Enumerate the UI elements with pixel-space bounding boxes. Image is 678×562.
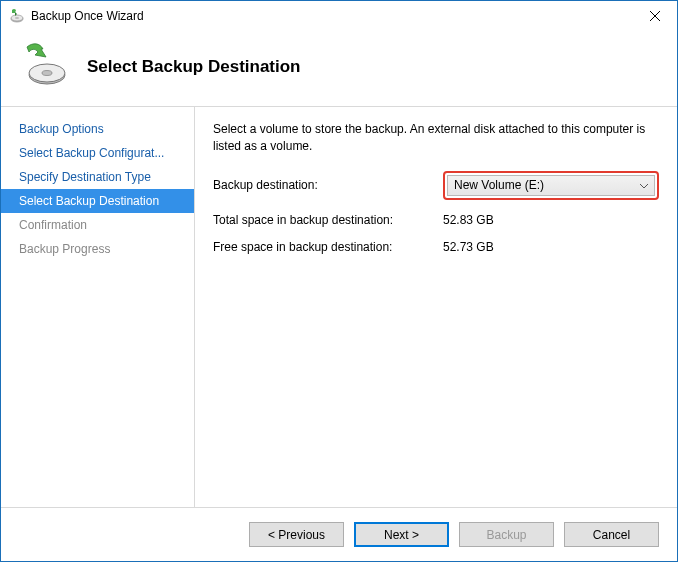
window-title: Backup Once Wizard — [31, 9, 632, 23]
row-backup-destination: Backup destination: New Volume (E:) — [213, 171, 659, 200]
previous-button[interactable]: < Previous — [249, 522, 344, 547]
next-button[interactable]: Next > — [354, 522, 449, 547]
close-icon — [650, 11, 660, 21]
titlebar: Backup Once Wizard — [1, 1, 677, 31]
row-total-space: Total space in backup destination: 52.83… — [213, 213, 659, 227]
app-icon — [9, 8, 25, 24]
label-backup-destination: Backup destination: — [213, 178, 443, 192]
row-free-space: Free space in backup destination: 52.73 … — [213, 240, 659, 254]
svg-point-2 — [15, 17, 19, 19]
close-button[interactable] — [632, 1, 677, 31]
label-total-space: Total space in backup destination: — [213, 213, 443, 227]
wizard-window: Backup Once Wizard Select Backup Destina… — [0, 0, 678, 562]
step-select-backup-destination[interactable]: Select Backup Destination — [1, 189, 194, 213]
value-total-space: 52.83 GB — [443, 213, 659, 227]
backup-button: Backup — [459, 522, 554, 547]
wizard-header: Select Backup Destination — [1, 31, 677, 106]
wizard-footer: < Previous Next > Backup Cancel — [1, 507, 677, 561]
step-backup-options[interactable]: Backup Options — [1, 117, 194, 141]
backup-destination-dropdown[interactable]: New Volume (E:) — [447, 175, 655, 196]
value-free-space: 52.73 GB — [443, 240, 659, 254]
step-backup-progress: Backup Progress — [1, 237, 194, 261]
step-select-backup-configuration[interactable]: Select Backup Configurat... — [1, 141, 194, 165]
backup-disc-icon — [21, 41, 69, 92]
cancel-button[interactable]: Cancel — [564, 522, 659, 547]
instruction-text: Select a volume to store the backup. An … — [213, 121, 659, 155]
step-specify-destination-type[interactable]: Specify Destination Type — [1, 165, 194, 189]
chevron-down-icon — [640, 178, 648, 192]
svg-point-7 — [42, 71, 52, 76]
wizard-steps-sidebar: Backup Options Select Backup Configurat.… — [1, 107, 195, 507]
label-free-space: Free space in backup destination: — [213, 240, 443, 254]
dropdown-selected-value: New Volume (E:) — [454, 178, 544, 192]
page-title: Select Backup Destination — [87, 57, 301, 77]
main-panel: Select a volume to store the backup. An … — [195, 107, 677, 507]
wizard-body: Backup Options Select Backup Configurat.… — [1, 107, 677, 507]
step-confirmation: Confirmation — [1, 213, 194, 237]
highlight-annotation: New Volume (E:) — [443, 171, 659, 200]
